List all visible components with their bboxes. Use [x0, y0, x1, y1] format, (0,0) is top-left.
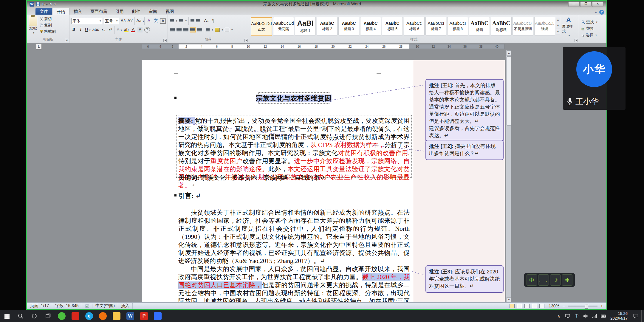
replace-button[interactable]: ab替换: [581, 26, 604, 31]
ime-key[interactable]: ✚: [562, 274, 572, 286]
close-button[interactable]: ✕: [592, 1, 603, 7]
taskbar-app-button[interactable]: W: [123, 310, 137, 322]
scroll-up-icon[interactable]: ▲: [507, 50, 511, 56]
help-icon[interactable]: ?: [599, 10, 604, 15]
show-marks-button[interactable]: ¶: [211, 18, 216, 24]
redo-button[interactable]: ↻: [49, 2, 52, 6]
ribbon-tab[interactable]: 插入: [69, 8, 86, 15]
maximize-button[interactable]: ❐: [580, 1, 592, 7]
style-item[interactable]: AaBbCcD. 强调: [534, 17, 555, 35]
numbered-list-button[interactable]: ▾: [179, 19, 187, 23]
tab-file[interactable]: 文件: [35, 8, 52, 15]
ime-key[interactable]: ☽: [550, 274, 561, 286]
outline-view-icon[interactable]: [532, 304, 537, 308]
action-center-button[interactable]: [630, 310, 641, 322]
tray-volume-icon[interactable]: [581, 310, 590, 322]
zoom-out-button[interactable]: −: [562, 304, 565, 308]
ribbon-tab[interactable]: 页面布局: [86, 8, 111, 15]
taskbar-app-button[interactable]: e: [82, 310, 96, 322]
style-item[interactable]: AaBbCc 标题 6: [404, 17, 425, 35]
tray-ime-indicator[interactable]: 中: [572, 310, 581, 322]
find-button[interactable]: 查找▾: [581, 19, 604, 25]
print-layout-view-icon[interactable]: [510, 304, 515, 308]
character-border-icon[interactable]: A: [160, 18, 166, 24]
clear-formatting-icon[interactable]: A: [146, 18, 151, 24]
bullet-list-button[interactable]: ▾: [170, 19, 177, 23]
ribbon-tab[interactable]: 引用: [111, 8, 128, 15]
character-shading-button[interactable]: A: [137, 27, 143, 32]
fullscreen-view-icon[interactable]: [517, 304, 522, 308]
scroll-down-icon[interactable]: ▼: [507, 297, 511, 303]
insert-mode-indicator[interactable]: 插入: [118, 303, 133, 309]
select-button[interactable]: 选择▾: [581, 32, 604, 38]
taskbar-app-button[interactable]: [96, 310, 110, 322]
paste-button[interactable]: 粘贴▾: [29, 16, 37, 34]
word-logo-icon[interactable]: W: [30, 2, 34, 7]
ribbon-tab[interactable]: 开始: [52, 8, 69, 15]
taskbar-app-button[interactable]: [55, 310, 69, 322]
font-name-select[interactable]: 宋体▾: [71, 18, 102, 24]
draft-view-icon[interactable]: [539, 304, 544, 308]
zoom-level[interactable]: 130%: [549, 304, 559, 308]
increase-indent-button[interactable]: [196, 19, 200, 23]
tray-expand-icon[interactable]: ∧: [554, 310, 563, 322]
horizontal-ruler[interactable]: 642 246810121416182022242628 30323436384…: [142, 44, 504, 49]
format-painter-button[interactable]: 格式刷: [40, 29, 56, 34]
justify-icon[interactable]: [190, 28, 195, 32]
tab-stop-selector[interactable]: L: [36, 44, 42, 49]
align-center-icon[interactable]: [177, 28, 182, 32]
show-desktop-button[interactable]: [641, 310, 644, 322]
cortana-button[interactable]: [27, 310, 41, 322]
align-left-icon[interactable]: [170, 28, 175, 32]
style-item[interactable]: AaBbCcI 标题 8: [447, 17, 468, 35]
highlight-color-button[interactable]: ab: [124, 27, 129, 32]
style-item[interactable]: AaBbCcDd 无间隔: [273, 17, 294, 35]
text-effects-button[interactable]: A▾: [117, 27, 122, 32]
style-scroll-up-icon[interactable]: ▲: [556, 17, 560, 23]
word-count[interactable]: 字数: 15,345: [52, 303, 82, 309]
task-view-button[interactable]: [41, 310, 55, 322]
style-item[interactable]: AaBbC 副标题: [491, 17, 512, 35]
style-more-icon[interactable]: ▼: [556, 29, 560, 35]
spellcheck-status[interactable]: [82, 304, 92, 308]
style-item[interactable]: AaBI 标题 1: [295, 17, 316, 35]
zoom-in-button[interactable]: +: [600, 304, 603, 308]
font-color-button[interactable]: A: [131, 27, 136, 32]
style-item[interactable]: AaBbCcI 标题 7: [425, 17, 446, 35]
ribbon-tab[interactable]: 视图: [161, 8, 178, 15]
taskbar-app-button[interactable]: [151, 310, 165, 322]
style-item[interactable]: AaBbC 标题 5: [382, 17, 403, 35]
clock[interactable]: 15:26 2020/4/17: [608, 311, 630, 321]
enclose-characters-button[interactable]: 字: [144, 27, 150, 32]
change-case-button[interactable]: Aa▾: [136, 18, 143, 24]
zoom-slider-knob[interactable]: [585, 304, 588, 309]
font-dialog-launcher[interactable]: ◢: [163, 39, 167, 42]
phonetic-guide-icon[interactable]: 文: [153, 18, 158, 24]
ribbon-collapse-icon[interactable]: ˄: [595, 10, 597, 14]
cut-button[interactable]: 剪切: [40, 16, 56, 22]
undo-button[interactable]: ↺▾: [42, 2, 48, 6]
style-item[interactable]: AaBbC 标题: [469, 17, 490, 35]
underline-button[interactable]: U▾: [85, 27, 91, 32]
paragraph-dialog-launcher[interactable]: ◢: [244, 39, 248, 42]
font-size-select[interactable]: 五号▾: [104, 18, 119, 24]
style-item[interactable]: AaBbCcDd 正文: [251, 17, 272, 36]
taskbar-app-button[interactable]: [110, 310, 123, 322]
style-scroll-down-icon[interactable]: ▼: [556, 23, 560, 29]
align-right-icon[interactable]: [183, 28, 188, 32]
grow-font-button[interactable]: A˄: [121, 18, 126, 24]
italic-button[interactable]: I: [78, 27, 83, 32]
page-indicator[interactable]: 页面: 1/17: [27, 303, 52, 309]
taskbar-app-button[interactable]: P: [137, 310, 151, 322]
shading-button[interactable]: ▾: [215, 28, 223, 32]
clipboard-dialog-launcher[interactable]: ◢: [65, 39, 68, 42]
tray-display-icon[interactable]: [563, 310, 572, 322]
shrink-font-button[interactable]: A˅: [128, 18, 133, 24]
save-icon[interactable]: [36, 2, 40, 6]
copy-button[interactable]: 复制: [40, 23, 56, 28]
vertical-scrollbar[interactable]: ▲ ▼: [506, 50, 511, 303]
ribbon-tab[interactable]: 邮件: [128, 8, 145, 15]
search-button[interactable]: [14, 310, 27, 322]
tray-battery-icon[interactable]: [599, 310, 608, 322]
tray-network-icon[interactable]: [590, 310, 599, 322]
